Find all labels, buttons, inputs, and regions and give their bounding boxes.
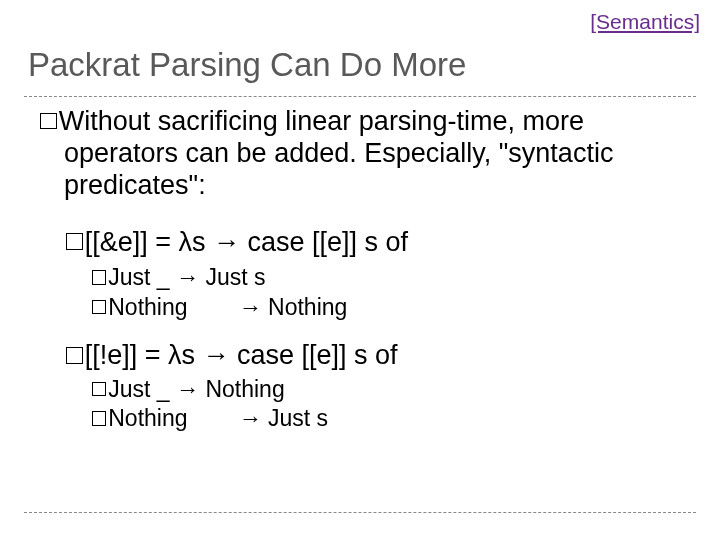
- bullet-icon: [40, 113, 57, 130]
- predicate-and-head-text: [[&e]] = λs → case [[e]] s of: [85, 227, 408, 257]
- predicate-not-head: [[!e]] = λs → case [[e]] s of: [40, 339, 690, 371]
- divider-top: [24, 96, 696, 97]
- predicate-not-case2: Nothing → Just s: [40, 405, 690, 433]
- bullet-icon: [66, 233, 83, 250]
- predicate-not-head-text: [[!e]] = λs → case [[e]] s of: [85, 340, 398, 370]
- slide-title: Packrat Parsing Can Do More: [28, 46, 466, 84]
- slide: [Semantics] Packrat Parsing Can Do More …: [0, 0, 720, 540]
- predicate-and-case2-right: → Nothing: [239, 294, 348, 320]
- bullet-icon: [66, 347, 83, 364]
- bullet-icon: [92, 382, 106, 396]
- predicate-not-case2-right: → Just s: [239, 405, 328, 431]
- intro-text: Without sacrificing linear parsing-time,…: [59, 106, 614, 200]
- predicate-and-case1-text: Just _ → Just s: [108, 264, 265, 290]
- predicate-not-case1-text: Just _ → Nothing: [108, 376, 284, 402]
- intro-paragraph: Without sacrificing linear parsing-time,…: [40, 106, 690, 202]
- bullet-icon: [92, 300, 106, 314]
- semantics-link[interactable]: [Semantics]: [590, 10, 700, 34]
- predicate-and-case1: Just _ → Just s: [40, 264, 690, 292]
- slide-body: Without sacrificing linear parsing-time,…: [40, 106, 690, 435]
- predicate-not-case1: Just _ → Nothing: [40, 376, 690, 404]
- divider-bottom: [24, 512, 696, 513]
- predicate-not-case2-left: Nothing: [108, 405, 187, 431]
- predicate-and-case2: Nothing → Nothing: [40, 294, 690, 322]
- predicate-and-head: [[&e]] = λs → case [[e]] s of: [40, 226, 690, 258]
- bullet-icon: [92, 270, 106, 284]
- bullet-icon: [92, 411, 106, 425]
- predicate-and-case2-left: Nothing: [108, 294, 187, 320]
